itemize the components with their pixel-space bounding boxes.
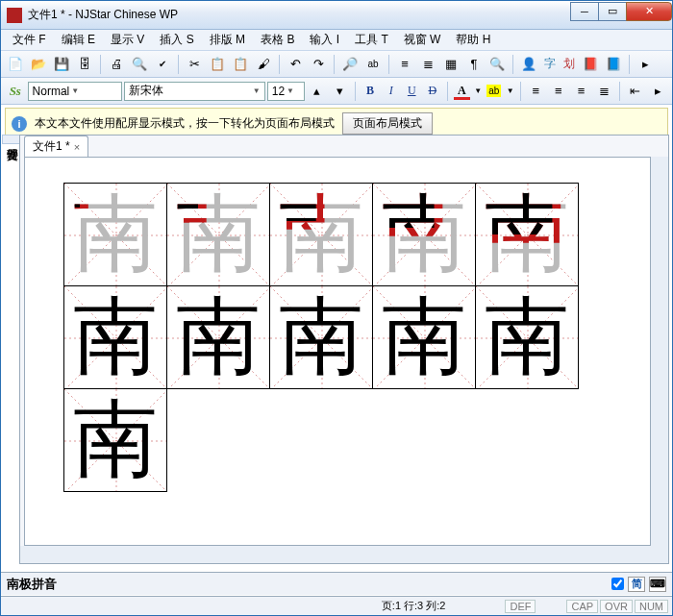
highlight-drop-icon[interactable]: ▼ [506, 81, 515, 102]
stroke-cell: 南南南 [166, 183, 270, 286]
indent-left-icon[interactable]: ⇤ [625, 81, 646, 102]
paste-icon[interactable]: 📋 [230, 54, 251, 75]
stroke-cell: 南南 [269, 285, 373, 389]
window-title: 文件1 * - NJStar Chinese WP [28, 7, 571, 23]
size-down-icon[interactable]: ▾ [330, 81, 351, 102]
page-layout-button[interactable]: 页面布局模式 [342, 112, 433, 135]
document-tab[interactable]: 文件1 * × [24, 136, 88, 157]
stroke-cell: 南南 [63, 285, 167, 389]
print-icon[interactable]: 🖨 [106, 54, 127, 75]
save-icon[interactable]: 💾 [51, 54, 72, 75]
zoom-icon[interactable]: 🔍 [486, 54, 508, 75]
menu-window[interactable]: 视窗 W [396, 30, 449, 50]
new-icon[interactable]: 📄 [5, 54, 26, 75]
undo-icon[interactable]: ↶ [285, 54, 306, 75]
menu-insert[interactable]: 插入 S [152, 30, 201, 50]
toolbar-format: Ss Normal▼ 新宋体▼ 12▼ ▴ ▾ B I U D A ▼ ab ▼… [1, 78, 672, 105]
status-position: 页:1 行:3 列:2 [382, 599, 446, 613]
replace-icon[interactable]: ab [362, 54, 384, 75]
char-tool-icon[interactable]: 字 [541, 54, 559, 75]
font-color-drop-icon[interactable]: ▼ [473, 81, 483, 102]
font-select[interactable]: 新宋体▼ [124, 82, 265, 101]
save-all-icon[interactable]: 🗄 [74, 54, 95, 75]
styles-icon[interactable]: Ss [5, 81, 26, 102]
copy-icon[interactable]: 📋 [207, 54, 228, 75]
redo-icon[interactable]: ↷ [308, 54, 329, 75]
menu-edit[interactable]: 编辑 E [54, 30, 103, 50]
preview-icon[interactable]: 🔍 [129, 54, 150, 75]
overflow2-icon[interactable]: ▸ [647, 81, 668, 102]
ime-name: 南极拼音 [7, 576, 57, 593]
style-select[interactable]: Normal▼ [28, 82, 122, 101]
ime-simp-button[interactable]: 简 [628, 577, 645, 592]
person-icon[interactable]: 👤 [518, 54, 539, 75]
stroke-cell: 南南南 [63, 183, 167, 286]
tab-close-icon[interactable]: × [74, 141, 80, 153]
menu-input[interactable]: 输入 I [302, 30, 347, 50]
para-icon[interactable]: ≣ [417, 54, 438, 75]
stroke-cell: 南南 [372, 285, 476, 389]
stroke-cell: 南南 [63, 388, 167, 492]
close-button[interactable]: ✕ [626, 2, 672, 21]
menu-table[interactable]: 表格 B [253, 30, 302, 50]
stroke-cell: 南南南 [372, 183, 476, 286]
stroke-cell: 南南 [166, 285, 270, 389]
menu-file[interactable]: 文件 F [5, 30, 54, 50]
book-icon[interactable]: 📕 [580, 54, 601, 75]
menu-tools[interactable]: 工具 T [347, 30, 396, 50]
tab-bar: 文件1 * × [20, 136, 668, 157]
minimize-button[interactable]: ─ [570, 2, 599, 21]
stroke-cell: 南南 [475, 285, 579, 389]
stroke-cell: 南南南 [475, 183, 579, 286]
menu-format[interactable]: 排版 M [202, 30, 253, 50]
status-cap: CAP [566, 600, 598, 613]
status-ovr: OVR [600, 600, 633, 613]
tab-label: 文件1 * [33, 138, 70, 155]
app-icon [7, 8, 22, 23]
highlight-button[interactable]: ab [485, 82, 504, 101]
stroke-grid: 南南南南南南南南南南南南南南南南南南南南南南南南南南南 [63, 183, 611, 491]
info-text: 本文本文件使用配屏显示模式，按一下转化为页面布局模式 [35, 115, 335, 132]
pilcrow-icon[interactable]: ¶ [463, 54, 485, 75]
workspace: 文件1 * × 南南南南南南南南南南南南南南南南南南南南南南南南南南南 [19, 135, 669, 564]
title-bar: 文件1 * - NJStar Chinese WP ─ ▭ ✕ [1, 1, 672, 30]
overflow-icon[interactable]: ▸ [635, 54, 656, 75]
ime-keyboard-icon[interactable]: ⌨ [649, 577, 666, 592]
align-justify-icon[interactable]: ≣ [593, 81, 614, 102]
stroke-cell: 南南南 [269, 183, 373, 286]
menu-help[interactable]: 帮助 H [448, 30, 498, 50]
stroke-tool-icon[interactable]: 划 [561, 54, 578, 75]
size-select[interactable]: 12▼ [267, 82, 305, 101]
align-right-icon[interactable]: ≡ [571, 81, 592, 102]
columns-icon[interactable]: ▦ [440, 54, 461, 75]
ime-checkbox[interactable] [611, 578, 624, 590]
open-icon[interactable]: 📂 [28, 54, 49, 75]
document-page[interactable]: 南南南南南南南南南南南南南南南南南南南南南南南南南南南 [24, 157, 651, 546]
toolbar-main: 📄 📂 💾 🗄 🖨 🔍 ✔ ✂ 📋 📋 🖌 ↶ ↷ 🔎 ab ≡ ≣ ▦ ¶ 🔍… [1, 51, 672, 78]
italic-button[interactable]: I [382, 82, 401, 101]
dict-icon[interactable]: 📘 [603, 54, 624, 75]
menu-bar: 文件 F 编辑 E 显示 V 插入 S 排版 M 表格 B 输入 I 工具 T … [1, 30, 672, 51]
cut-icon[interactable]: ✂ [184, 54, 205, 75]
ime-bar: 南极拼音 简 ⌨ [1, 572, 672, 595]
bold-button[interactable]: B [361, 82, 380, 101]
horizontal-scrollbar[interactable] [20, 546, 668, 563]
info-icon: i [12, 116, 27, 132]
align-left-icon[interactable]: ≡ [526, 81, 547, 102]
underline-button[interactable]: U [402, 82, 421, 101]
spellcheck-icon[interactable]: ✔ [152, 54, 173, 75]
vertical-scrollbar[interactable] [651, 157, 668, 546]
format-painter-icon[interactable]: 🖌 [253, 54, 274, 75]
status-num: NUM [635, 600, 668, 613]
font-color-button[interactable]: A [453, 82, 472, 101]
status-def: DEF [505, 600, 536, 613]
align-center-icon[interactable]: ≡ [548, 81, 569, 102]
find-icon[interactable]: 🔎 [339, 54, 361, 75]
maximize-button[interactable]: ▭ [598, 2, 627, 21]
strike-button[interactable]: D [423, 82, 442, 101]
size-up-icon[interactable]: ▴ [307, 81, 328, 102]
status-bar: 页:1 行:3 列:2 DEF CAP OVR NUM [1, 596, 672, 615]
menu-view[interactable]: 显示 V [103, 30, 152, 50]
para-left-icon[interactable]: ≡ [394, 54, 415, 75]
